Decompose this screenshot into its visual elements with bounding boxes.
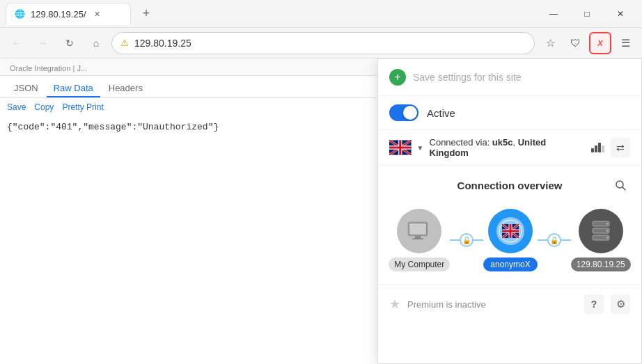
extensions-area: X	[589, 32, 611, 54]
popup-save-row: + Save settings for this site	[378, 59, 641, 96]
lock-badge-1: 🔓	[460, 233, 473, 247]
svg-rect-9	[415, 236, 421, 238]
menu-button[interactable]: ☰	[614, 32, 636, 54]
tab-headers[interactable]: Headers	[102, 80, 150, 97]
svg-rect-10	[412, 238, 423, 239]
tab-close-button[interactable]: ✕	[92, 8, 103, 19]
json-body: {"code":"401","message":"Unauthorized"}	[0, 116, 377, 138]
favorites-button[interactable]: ☆	[539, 32, 561, 54]
svg-point-19	[606, 237, 608, 239]
title-bar: 🌐 129.80.19.25/ ✕ + — □ ✕	[0, 0, 642, 28]
vpn-popup: + Save settings for this site Active	[377, 58, 642, 364]
save-add-button[interactable]: +	[389, 69, 406, 86]
connection-diagram: My Computer 🔓	[389, 206, 630, 274]
browser-content: Oracle Integration | J... JSON Raw Data …	[0, 58, 377, 364]
overview-header: Connection overview	[389, 175, 630, 195]
svg-rect-2	[595, 145, 597, 152]
computer-circle	[397, 209, 441, 253]
main-area: Oracle Integration | J... JSON Raw Data …	[0, 58, 642, 364]
server-label: 129.80.19.25	[571, 258, 631, 271]
copy-button[interactable]: Copy	[34, 102, 54, 112]
address-text: 129.80.19.25	[134, 38, 526, 49]
active-toggle[interactable]	[389, 104, 418, 121]
anonymox-node: anonymoX	[483, 209, 537, 271]
help-button[interactable]: ?	[584, 294, 604, 314]
svg-rect-4	[602, 145, 604, 152]
anonymox-circle	[488, 209, 533, 253]
address-security-icon: ⚠	[120, 38, 129, 48]
window-controls: — □ ✕	[538, 3, 636, 25]
vpn-extension-button[interactable]: X	[589, 32, 611, 54]
popup-footer: ★ Premium is inactive ? ⚙	[378, 285, 641, 324]
overview-search-button[interactable]	[611, 175, 630, 195]
tab-title: 129.80.19.25/	[31, 9, 86, 19]
json-toolbar: Save Copy Pretty Print	[0, 98, 377, 116]
nav-bar: ← → ↻ ⌂ ⚠ 129.80.19.25 ☆ 🛡 X ☰	[0, 28, 642, 58]
conn-line-2: 🔓	[538, 233, 571, 247]
tab-json[interactable]: JSON	[7, 80, 45, 97]
premium-star-icon[interactable]: ★	[389, 296, 400, 312]
json-content: {"code":"401","message":"Unauthorized"}	[7, 122, 219, 132]
active-label: Active	[427, 107, 455, 119]
maximize-button[interactable]: □	[571, 3, 603, 25]
toggle-knob	[403, 106, 417, 120]
conn-line-1: 🔓	[450, 233, 483, 247]
computer-node: My Computer	[389, 209, 450, 271]
popup-overview: Connection overview	[378, 166, 641, 285]
minimize-button[interactable]: —	[538, 3, 570, 25]
home-button[interactable]: ⌂	[85, 32, 107, 54]
address-bar[interactable]: ⚠ 129.80.19.25	[111, 32, 535, 54]
close-button[interactable]: ✕	[604, 3, 636, 25]
country-dropdown-arrow[interactable]: ▼	[417, 144, 424, 152]
json-tab-bar: JSON Raw Data Headers	[0, 76, 377, 98]
new-tab-button[interactable]: +	[136, 4, 156, 24]
settings-button[interactable]: ⚙	[611, 294, 630, 314]
browser-window: 🌐 129.80.19.25/ ✕ + — □ ✕ ← → ↻ ⌂ ⚠ 129.…	[0, 0, 642, 364]
swap-icon-button[interactable]: ⇄	[611, 138, 630, 157]
save-settings-label: Save settings for this site	[413, 72, 522, 83]
forward-button[interactable]: →	[32, 32, 54, 54]
premium-text: Premium is inactive	[407, 299, 577, 310]
tab-raw-data[interactable]: Raw Data	[47, 80, 100, 97]
back-button[interactable]: ←	[6, 32, 28, 54]
refresh-button[interactable]: ↻	[58, 32, 81, 54]
svg-line-6	[623, 187, 625, 190]
browser-tab[interactable]: 🌐 129.80.19.25/ ✕	[6, 3, 131, 25]
signal-icon	[591, 140, 605, 155]
popup-connection-row: ▼ Connected via: uk5c, United Kingdom ⇄	[378, 130, 641, 166]
svg-rect-1	[591, 148, 594, 152]
server-circle	[579, 209, 623, 253]
pretty-print-button[interactable]: Pretty Print	[62, 102, 103, 112]
nav-actions: ☆ 🛡 X ☰	[539, 32, 636, 54]
svg-point-15	[606, 223, 608, 225]
server-node: 129.80.19.25	[571, 209, 631, 271]
connection-text: Connected via: uk5c, United Kingdom	[430, 137, 586, 158]
lock-badge-2: 🔓	[547, 233, 561, 247]
svg-point-17	[606, 230, 608, 232]
computer-label: My Computer	[389, 258, 450, 271]
svg-rect-3	[598, 143, 601, 152]
collections-button[interactable]: 🛡	[564, 32, 586, 54]
tab-favicon: 🌐	[15, 9, 25, 19]
popup-active-row: Active	[378, 96, 641, 130]
anonymox-label: anonymoX	[483, 258, 537, 271]
uk-flag-icon	[389, 140, 412, 155]
overview-title: Connection overview	[409, 180, 611, 191]
save-button[interactable]: Save	[7, 102, 26, 112]
connection-server: uk5c	[492, 137, 513, 148]
svg-rect-8	[409, 223, 426, 235]
